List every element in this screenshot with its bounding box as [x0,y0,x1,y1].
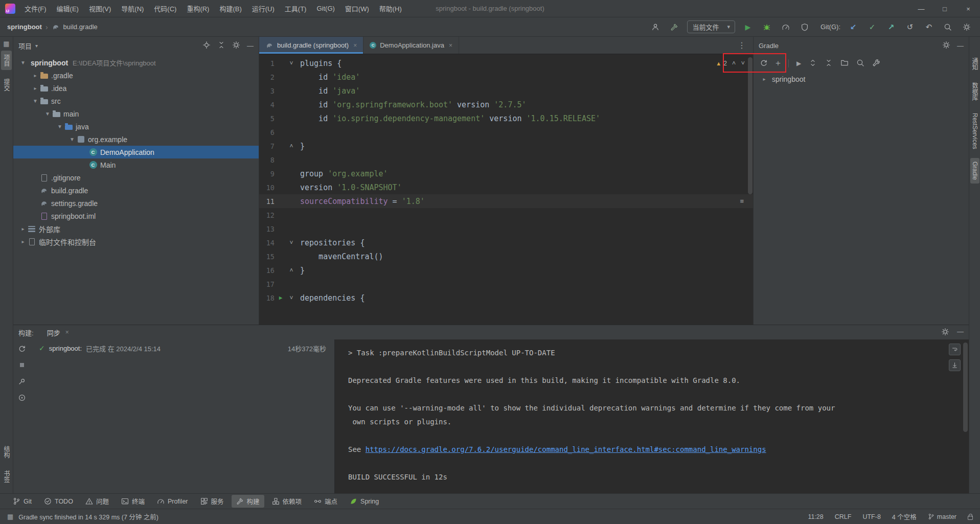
menu-file[interactable]: 文件(F) [19,0,52,17]
run-gradle-task-icon[interactable]: ▶ [796,60,801,67]
expand-all-icon[interactable] [809,59,817,69]
previous-warning-icon[interactable]: ˄ [732,59,736,67]
code-editor[interactable]: 1˅plugins {2 id 'idea'3 id 'java'4 id 'o… [259,54,753,325]
chevron-right-icon[interactable]: ▸ [760,76,769,82]
gradle-settings-icon[interactable] [872,59,880,69]
soft-wrap-icon[interactable] [949,344,961,355]
commit-icon[interactable]: ✓ [866,21,878,33]
chevron-right-icon[interactable]: ▸ [31,73,40,78]
tree-item-gradle-dir[interactable]: ▸ .gradle [13,69,259,82]
build-tab-sync[interactable]: 同步 × [47,328,69,337]
tool-window-button-git[interactable]: Git [8,496,36,507]
line-ending-label[interactable]: CRLF [835,513,852,520]
menu-git[interactable]: Git(G) [311,0,339,17]
tool-window-button-structure[interactable]: 结构 [1,442,12,462]
intention-menu-icon[interactable]: ≡ [740,197,744,205]
code-line-17[interactable]: 17 [259,277,753,291]
code-line-13[interactable]: 13 [259,222,753,236]
code-line-5[interactable]: 5 id 'io.spring.dependency-management' v… [259,111,753,125]
attach-gradle-project-icon[interactable]: + [776,58,781,69]
code-line-11[interactable]: 11sourceCompatibility = '1.8' [259,194,753,208]
code-line-16[interactable]: 16˄} [259,263,753,277]
search-everywhere-icon[interactable] [942,21,954,33]
rerun-sync-icon[interactable] [18,345,26,354]
tool-window-button-todo[interactable]: TODO [39,496,78,507]
menu-edit[interactable]: 编辑(E) [52,0,84,17]
fold-icon[interactable]: ˅ [287,60,296,67]
debug-button[interactable] [761,21,773,33]
tool-window-button-notifications[interactable]: 通知 [969,54,980,74]
tool-window-button-commit[interactable]: 提交 [1,75,12,95]
tool-window-button-database[interactable]: 数据库 [969,79,980,104]
rollback-icon[interactable]: ↶ [923,21,935,33]
tool-windows-toggle-icon[interactable]: ▦ [7,513,13,520]
code-line-10[interactable]: 10version '1.0-SNAPSHOT' [259,180,753,194]
tool-window-button-spring[interactable]: Spring [345,496,383,507]
profiler-button[interactable] [780,21,792,33]
tree-item-gitignore[interactable]: .gitignore [13,171,259,184]
filter-icon[interactable] [18,394,26,403]
tool-window-button-rest-services[interactable]: RestServices [970,109,979,153]
code-line-12[interactable]: 12 [259,208,753,222]
chevron-down-icon[interactable]: ▼ [18,60,28,65]
tree-item-java[interactable]: ▼ java [13,120,259,133]
tree-item-src[interactable]: ▼ src [13,95,259,107]
chevron-down-icon[interactable]: ▼ [43,111,52,117]
chevron-right-icon[interactable]: ▸ [18,239,28,244]
collapse-all-icon[interactable] [217,41,225,51]
select-opened-file-icon[interactable] [202,41,211,51]
chevron-down-icon[interactable]: ▼ [55,124,64,129]
tree-item-demoapplication[interactable]: C DemoApplication [13,146,259,158]
fold-icon[interactable]: ˄ [287,143,296,150]
menu-build[interactable]: 构建(B) [214,0,246,17]
breadcrumb-project[interactable]: springboot [7,23,42,31]
tree-item-springboot[interactable]: ▼ springboot E:\IDEA项目文件\springboot [13,56,259,69]
panel-settings-icon[interactable] [232,41,240,51]
readonly-lock-icon[interactable] [968,516,973,520]
console-link[interactable]: https://docs.gradle.org/7.6.2/userguide/… [366,445,766,453]
editor-tab-demoapplication[interactable]: C DemoApplication.java × [363,37,459,54]
indent-label[interactable]: 4 个空格 [892,512,917,521]
hide-panel-icon[interactable]: — [957,328,964,337]
menu-run[interactable]: 运行(U) [247,0,280,17]
close-button[interactable]: × [956,0,980,17]
code-line-7[interactable]: 7˄} [259,139,753,153]
fold-icon[interactable]: ˅ [287,294,296,302]
stop-icon[interactable] [18,361,26,371]
build-console[interactable]: > Task :prepareKotlinBuildScriptModel UP… [334,339,969,493]
tool-window-button-gradle[interactable]: Gradle [970,158,979,184]
code-line-2[interactable]: 2 id 'idea' [259,70,753,84]
project-panel-title[interactable]: 项目 [18,41,32,51]
coverage-button[interactable] [799,21,811,33]
find-task-icon[interactable] [856,59,864,69]
tool-window-button-profiler[interactable]: Profiler [152,496,193,507]
chevron-right-icon[interactable]: ▸ [31,85,40,91]
chevron-down-icon[interactable]: ▼ [31,98,40,104]
chevron-down-icon[interactable]: ▼ [67,136,77,142]
tree-item-springboot-iml[interactable]: springboot.iml [13,210,259,222]
close-tab-icon[interactable]: × [65,329,69,336]
update-project-icon[interactable]: ↙ [847,21,859,33]
git-branch-widget[interactable]: master [928,513,956,520]
hide-panel-icon[interactable]: — [247,42,254,50]
code-line-9[interactable]: 9group 'org.example' [259,167,753,180]
tool-window-button-project[interactable]: 项目 [1,51,12,70]
menu-window[interactable]: 窗口(W) [340,0,374,17]
gradle-tree-item-springboot[interactable]: ▸ springboot [754,73,969,85]
tree-item-idea-dir[interactable]: ▸ .idea [13,82,259,95]
menu-navigate[interactable]: 导航(N) [116,0,149,17]
tree-item-build-gradle[interactable]: build.gradle [13,184,259,197]
breadcrumb-file[interactable]: build.gradle [63,23,98,31]
hide-panel-icon[interactable]: — [957,42,964,50]
panel-settings-icon[interactable] [941,328,949,337]
code-line-15[interactable]: 15 mavenCentral() [259,249,753,263]
panel-settings-icon[interactable] [942,41,950,51]
console-scrollbar[interactable] [963,343,968,432]
editor-tab-build-gradle[interactable]: build.gradle (springboot) × [259,37,363,54]
history-icon[interactable]: ↺ [904,21,916,33]
minimize-button[interactable]: — [909,0,933,17]
menu-code[interactable]: 代码(C) [149,0,181,17]
tool-window-button-bookmarks[interactable]: 书签 [1,467,12,486]
encoding-label[interactable]: UTF-8 [862,513,880,520]
code-with-me-icon[interactable] [649,21,662,33]
